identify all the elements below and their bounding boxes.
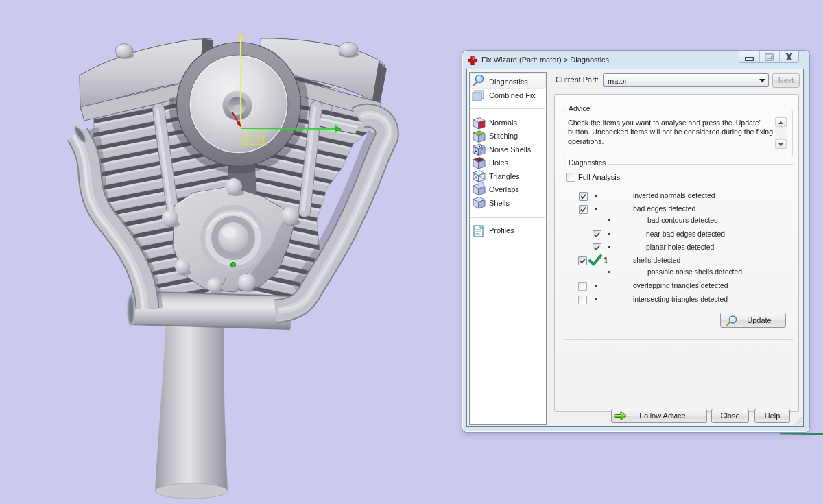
svg-text:WCS: WCS — [243, 134, 263, 144]
